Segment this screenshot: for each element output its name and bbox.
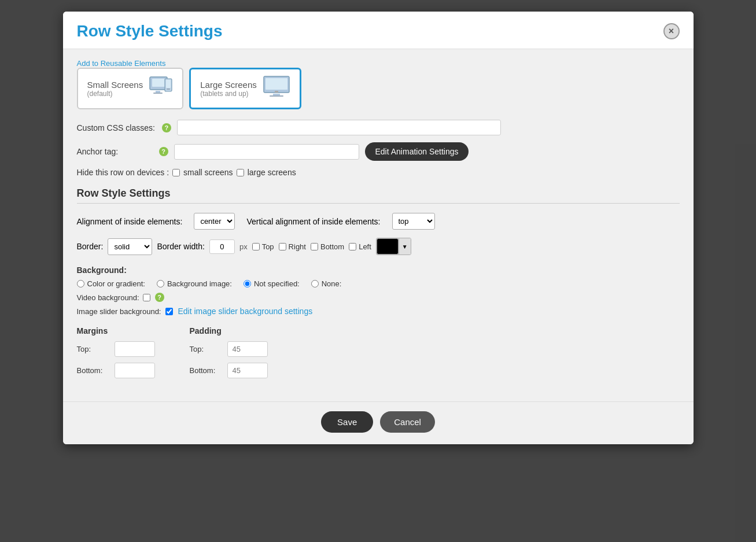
large-screen-tab-name: Large Screens (200, 80, 257, 90)
bg-image-text: Background image: (167, 279, 232, 288)
border-right-checkbox[interactable] (279, 243, 286, 250)
row-style-settings-modal: Row Style Settings × Add to Reusable Ele… (63, 12, 694, 444)
padding-bottom-input[interactable] (227, 363, 268, 378)
tab-large-screens[interactable]: Large Screens (tablets and up) (189, 68, 301, 109)
add-reusable-link[interactable]: Add to Reusable Elements (77, 59, 166, 68)
svg-rect-5 (166, 80, 171, 88)
bg-not-specified-radio[interactable] (244, 280, 251, 287)
border-left-label: Left (349, 242, 371, 251)
custom-css-row: Custom CSS classes: ? (77, 120, 680, 135)
anchor-tag-row: Anchor tag: ? Edit Animation Settings (77, 142, 680, 161)
border-width-label: Border width: (157, 242, 204, 251)
padding-title: Padding (190, 326, 268, 335)
padding-bottom-label: Bottom: (190, 366, 222, 375)
vertical-alignment-select[interactable]: top middle bottom (392, 213, 435, 230)
anchor-tag-help-icon[interactable]: ? (159, 147, 168, 156)
alignment-row: Alignment of inside elements: center lef… (77, 213, 680, 230)
hide-small-label: small screens (183, 168, 233, 177)
svg-rect-3 (153, 93, 163, 94)
border-bottom-label: Bottom (311, 242, 344, 251)
margins-bottom-row: Bottom: (77, 363, 155, 378)
modal-header: Row Style Settings × (63, 12, 694, 49)
bg-image-label: Background image: (157, 279, 232, 288)
margins-padding-row: Margins Top: Bottom: Padding Top: (77, 326, 680, 378)
image-slider-label: Image slider background: (77, 307, 161, 316)
video-bg-help-icon[interactable]: ? (155, 293, 164, 302)
bg-none-text: None: (322, 279, 342, 288)
border-bottom-checkbox[interactable] (311, 243, 318, 250)
bg-not-specified-label: Not specified: (244, 279, 300, 288)
modal-title: Row Style Settings (77, 22, 223, 40)
tab-small-screens[interactable]: Small Screens (default) (77, 68, 184, 109)
padding-section: Padding Top: Bottom: (190, 326, 268, 378)
margins-top-input[interactable] (115, 341, 155, 357)
border-top-label: Top (252, 242, 274, 251)
border-color-swatch[interactable] (377, 238, 399, 255)
bg-none-radio[interactable] (311, 280, 319, 287)
alignment-label: Alignment of inside elements: (77, 217, 183, 226)
svg-rect-8 (265, 78, 287, 90)
bg-not-specified-text: Not specified: (254, 279, 300, 288)
background-options: Color or gradient: Background image: Not… (77, 279, 680, 288)
padding-bottom-row: Bottom: (190, 363, 268, 378)
padding-top-input[interactable] (227, 341, 268, 357)
alignment-select[interactable]: center left right (194, 213, 235, 230)
image-slider-row: Image slider background: Edit image slid… (77, 307, 680, 316)
border-color-dropdown-arrow[interactable]: ▼ (399, 238, 411, 255)
save-button[interactable]: Save (321, 411, 373, 433)
border-left-checkbox[interactable] (349, 243, 356, 250)
small-screen-tab-name: Small Screens (87, 80, 143, 90)
margins-bottom-label: Bottom: (77, 366, 109, 375)
custom-css-help-icon[interactable]: ? (162, 123, 171, 132)
cancel-button[interactable]: Cancel (380, 411, 435, 433)
svg-rect-2 (156, 91, 160, 93)
border-width-input[interactable] (209, 239, 235, 254)
anchor-tag-input[interactable] (174, 144, 359, 160)
hide-small-screens-checkbox[interactable] (172, 169, 180, 176)
margins-top-row: Top: (77, 341, 155, 357)
screen-tabs: Small Screens (default) (77, 68, 680, 109)
svg-rect-6 (167, 89, 170, 90)
hide-large-screens-checkbox[interactable] (237, 169, 244, 176)
video-bg-label: Video background: (77, 293, 139, 302)
vertical-alignment-label: Vertical alignment of inside elements: (246, 217, 380, 226)
bg-none-label: None: (311, 279, 342, 288)
video-bg-checkbox[interactable] (143, 294, 150, 301)
background-title: Background: (77, 266, 680, 275)
svg-rect-1 (152, 79, 165, 87)
video-bg-row: Video background: ? (77, 293, 680, 302)
border-style-select[interactable]: solid dashed dotted none (108, 238, 152, 255)
hide-large-label: large screens (248, 168, 296, 177)
border-top-checkbox[interactable] (252, 243, 260, 250)
image-slider-checkbox[interactable] (165, 308, 173, 315)
border-row: Border: solid dashed dotted none Border … (77, 238, 680, 255)
edit-animation-button[interactable]: Edit Animation Settings (365, 142, 469, 161)
svg-rect-10 (270, 95, 283, 97)
hide-row-label: Hide this row on devices : (77, 168, 169, 177)
hide-row: Hide this row on devices : small screens… (77, 168, 680, 177)
border-right-label: Right (279, 242, 306, 251)
row-style-section-title: Row Style Settings (77, 187, 680, 204)
bg-color-gradient-text: Color or gradient: (87, 279, 145, 288)
margins-top-label: Top: (77, 345, 109, 353)
px-label: px (239, 242, 248, 251)
margins-bottom-input[interactable] (115, 363, 155, 378)
custom-css-input[interactable] (177, 120, 501, 135)
padding-top-row: Top: (190, 341, 268, 357)
large-screen-icon (263, 75, 290, 102)
modal-body: Add to Reusable Elements Small Screens (… (63, 49, 694, 401)
svg-rect-9 (273, 94, 280, 95)
border-color-picker[interactable]: ▼ (376, 238, 411, 255)
anchor-tag-label: Anchor tag: (77, 147, 152, 156)
bg-image-radio[interactable] (157, 280, 164, 287)
close-button[interactable]: × (663, 23, 680, 39)
svg-rect-11 (275, 91, 278, 93)
large-screen-tab-sub: (tablets and up) (200, 90, 257, 98)
bg-color-gradient-radio[interactable] (77, 280, 84, 287)
margins-section: Margins Top: Bottom: (77, 326, 155, 378)
small-screen-tab-sub: (default) (87, 90, 143, 98)
custom-css-label: Custom CSS classes: (77, 123, 155, 132)
background-section: Background: Color or gradient: Backgroun… (77, 266, 680, 316)
modal-footer: Save Cancel (63, 401, 694, 444)
edit-slider-link[interactable]: Edit image slider background settings (178, 307, 312, 316)
